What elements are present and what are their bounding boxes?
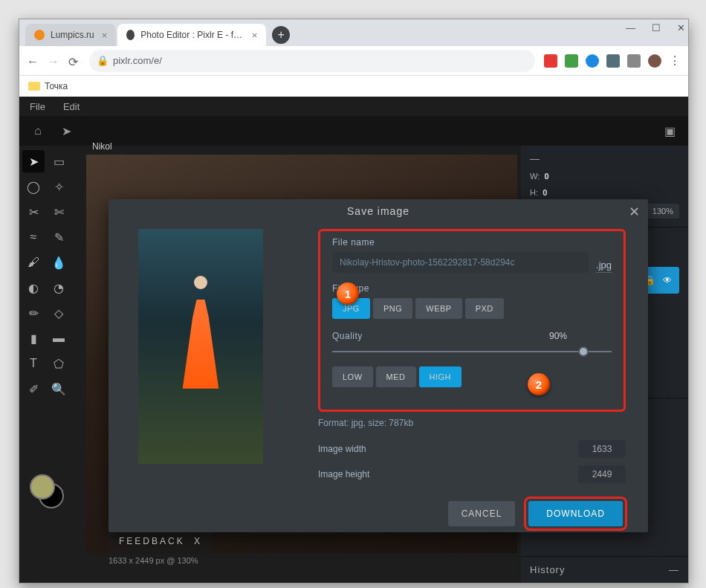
bookmarks-bar: Точка [19, 76, 688, 97]
tab-title: Photo Editor : Pixlr E - free image [140, 30, 244, 40]
eraser-tool-icon[interactable]: ◇ [48, 302, 70, 324]
browser-window: Lumpics.ru × Photo Editor : Pixlr E - fr… [19, 19, 689, 584]
filetype-pxd-button[interactable]: PXD [465, 298, 504, 319]
filetype-png-button[interactable]: PNG [373, 298, 412, 319]
format-info: Format: jpg, size: 787kb [318, 418, 626, 428]
close-icon[interactable]: ✕ [629, 204, 641, 220]
marker-2-icon: 2 [528, 373, 550, 395]
url-text: pixlr.com/e/ [113, 55, 162, 66]
marker-1-icon: 1 [337, 282, 359, 305]
color-swatches[interactable] [30, 474, 64, 508]
liquify-tool-icon[interactable]: ≈ [22, 226, 45, 248]
quality-slider[interactable] [332, 344, 612, 359]
gradient-tool-icon[interactable]: ▬ [48, 327, 70, 349]
fill-tool-icon[interactable]: ▮ [22, 327, 45, 349]
brush-tool-icon[interactable]: 🖌 [22, 251, 45, 274]
label-filetype: File type [332, 283, 612, 294]
panel-toggle-icon[interactable]: ▣ [658, 120, 681, 142]
dress-shape-icon [181, 300, 221, 389]
height-readout: H: 0 [530, 188, 547, 197]
label-width: Image width [318, 444, 366, 454]
app-toolbar: ⌂ ➤ ▣ [19, 116, 688, 146]
text-tool-icon[interactable]: T [22, 352, 45, 375]
zoom-tool-icon[interactable]: 🔍 [48, 378, 70, 400]
extension-icon[interactable] [586, 54, 599, 68]
quality-med-button[interactable]: MED [376, 366, 416, 387]
crop-tool-icon[interactable]: ✂ [22, 201, 45, 223]
window-controls: — ☐ ✕ [626, 22, 685, 33]
blur-tool-icon[interactable]: 💧 [48, 251, 70, 274]
new-tab-button[interactable]: + [272, 26, 290, 44]
close-icon[interactable]: × [252, 30, 258, 41]
arrow-tool-icon[interactable]: ➤ [22, 150, 45, 172]
quality-low-button[interactable]: LOW [332, 366, 373, 387]
cut-tool-icon[interactable]: ✄ [48, 201, 70, 223]
favicon-icon [34, 30, 45, 40]
history-panel-header[interactable]: History — [521, 556, 688, 583]
quality-high-button[interactable]: HIGH [419, 366, 462, 387]
address-bar[interactable]: 🔒 pixlr.com/e/ [89, 50, 535, 72]
extension-icon[interactable] [606, 54, 620, 68]
canvas-info: 1633 x 2449 px @ 130% [109, 556, 198, 565]
extension-icon[interactable] [627, 54, 641, 68]
extensions: ⋮ [544, 54, 681, 68]
menu-file[interactable]: File [30, 101, 45, 112]
cancel-button[interactable]: CANCEL [448, 501, 516, 526]
label-filename: File name [332, 237, 612, 248]
pen-tool-icon[interactable]: ✏ [22, 302, 45, 324]
wand-tool-icon[interactable]: ✧ [48, 175, 70, 198]
lasso-tool-icon[interactable]: ◯ [22, 175, 45, 198]
label-height: Image height [318, 469, 369, 479]
avatar[interactable] [648, 54, 661, 68]
forward-icon[interactable]: → [48, 55, 59, 67]
maximize-icon[interactable]: ☐ [652, 22, 661, 33]
width-input[interactable] [578, 440, 626, 458]
minus-icon[interactable]: — [669, 564, 679, 575]
clone-tool-icon[interactable]: ✎ [48, 226, 70, 248]
highlight-download: DOWNLOAD [524, 497, 627, 531]
browser-tab[interactable]: Photo Editor : Pixlr E - free image × [117, 24, 266, 46]
dialog-title: Save image [347, 205, 409, 217]
pointer-icon[interactable]: ➤ [55, 120, 77, 142]
app-menubar: File Edit [19, 97, 688, 116]
highlight-save-settings: File name .jpg File type JPG PNG WEBP PX… [318, 229, 626, 412]
height-input[interactable] [578, 465, 626, 483]
save-preview-pane [123, 226, 311, 494]
dialog-footer: CANCEL DOWNLOAD [109, 497, 648, 543]
document-tab[interactable]: Nikol [86, 138, 118, 155]
filetype-webp-button[interactable]: WEBP [415, 298, 462, 319]
close-icon[interactable]: × [102, 30, 108, 41]
browser-toolbar: ← → ⟳ 🔒 pixlr.com/e/ ⋮ [19, 46, 688, 76]
tool-palette: ➤ ▭ ◯ ✧ ✂ ✄ ≈ ✎ 🖌 💧 ◐ ◔ ✏ ◇ ▮ ▬ T ⬠ ✐ 🔍 [19, 146, 76, 583]
extension-icon[interactable] [565, 54, 578, 68]
favicon-icon [126, 30, 135, 40]
slider-thumb-icon[interactable] [578, 346, 589, 357]
preview-image [138, 229, 263, 464]
slider-track-icon [332, 351, 612, 352]
bookmark-item[interactable]: Точка [45, 81, 68, 91]
browser-tab[interactable]: Lumpics.ru × [25, 24, 116, 46]
shape-tool-icon[interactable]: ⬠ [48, 352, 70, 375]
extension-icon[interactable] [544, 54, 557, 68]
file-extension[interactable]: .jpg [596, 259, 612, 273]
close-window-icon[interactable]: ✕ [677, 22, 685, 33]
pixlr-app: File Edit ⌂ ➤ ▣ Nikol FEEDBACK X 1633 x … [19, 97, 688, 583]
tab-title: Lumpics.ru [51, 30, 94, 40]
minimize-icon[interactable]: — [626, 22, 635, 33]
foreground-color-icon[interactable] [30, 474, 55, 500]
sponge-tool-icon[interactable]: ◔ [48, 277, 70, 299]
filename-input[interactable] [332, 252, 589, 273]
folder-icon [28, 82, 40, 91]
menu-icon[interactable]: ⋮ [669, 54, 681, 68]
marquee-tool-icon[interactable]: ▭ [48, 150, 70, 172]
menu-edit[interactable]: Edit [63, 101, 80, 112]
minus-icon[interactable]: — [530, 153, 540, 164]
visibility-icon[interactable]: 👁 [663, 275, 672, 285]
reload-icon[interactable]: ⟳ [68, 55, 80, 67]
back-icon[interactable]: ← [27, 55, 39, 67]
eyedropper-tool-icon[interactable]: ✐ [22, 378, 45, 400]
download-button[interactable]: DOWNLOAD [528, 501, 623, 526]
dodge-tool-icon[interactable]: ◐ [22, 277, 45, 299]
face-shape-icon [194, 276, 207, 289]
home-icon[interactable]: ⌂ [27, 120, 49, 142]
